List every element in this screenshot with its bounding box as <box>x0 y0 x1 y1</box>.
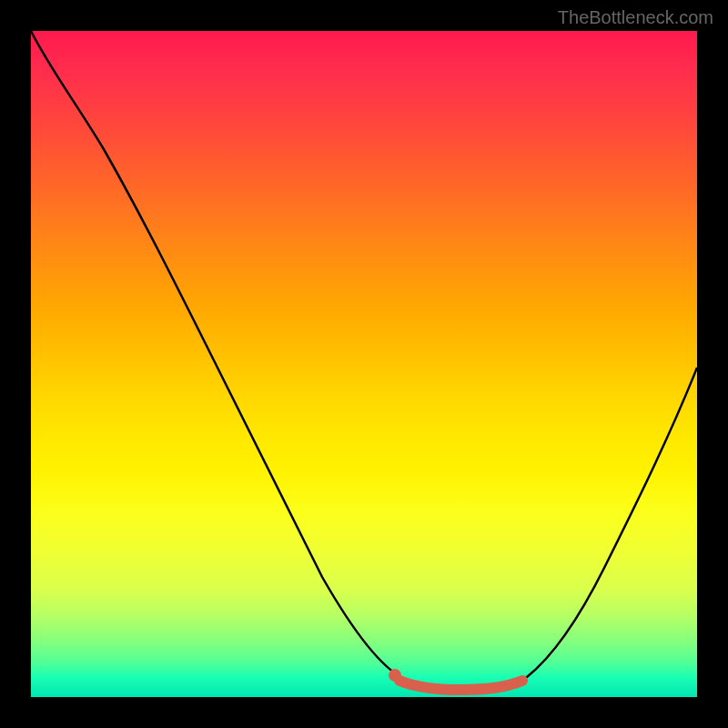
watermark-text: TheBottleneck.com <box>558 7 713 28</box>
bottleneck-curve <box>31 31 697 688</box>
chart-plot-area <box>31 31 697 697</box>
highlight-dot <box>389 669 401 682</box>
chart-svg <box>31 31 697 697</box>
highlight-band <box>399 681 522 690</box>
